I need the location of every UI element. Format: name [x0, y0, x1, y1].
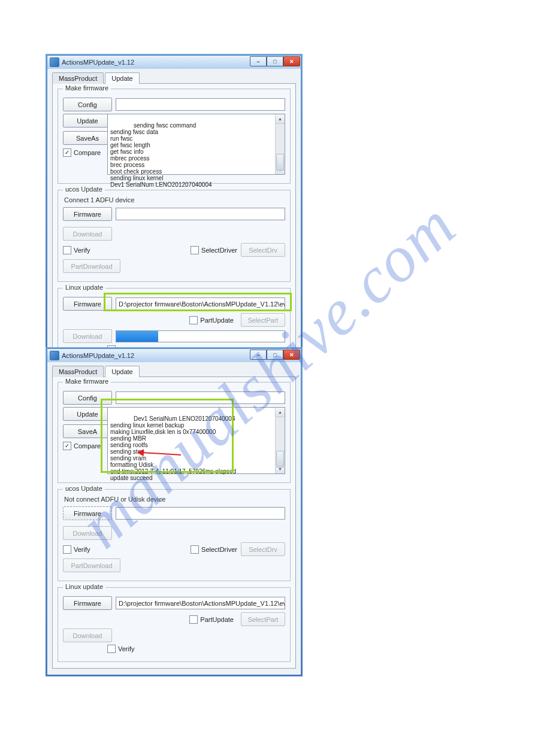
group-legend: Make firmware — [63, 378, 111, 385]
saveas-button[interactable]: SaveAs — [63, 131, 112, 145]
checkbox-icon — [63, 545, 71, 554]
log-text: sending fwsc command sending fwsc data r… — [110, 122, 212, 188]
linux-firmware-input[interactable]: D:\projector firmware\Boston\ActionsMPUp… — [116, 297, 285, 310]
ucos-verify-checkbox[interactable]: Verify — [63, 246, 90, 254]
tab-update[interactable]: Update — [105, 72, 139, 84]
scroll-thumb[interactable] — [276, 451, 284, 467]
close-button[interactable]: ✕ — [283, 56, 300, 66]
config-button[interactable]: Config — [63, 391, 112, 405]
compare-checkbox[interactable]: ✓ Compare — [63, 442, 104, 450]
window-1: ActionsMPUpdate_v1.12 – □ ✕ MassProduct … — [47, 55, 301, 376]
update-button[interactable]: Update — [63, 407, 112, 421]
group-legend: Linux update — [63, 583, 105, 590]
progress-bar — [116, 330, 285, 342]
selectdrv-button[interactable]: SelectDrv — [241, 542, 285, 556]
ucos-firmware-input[interactable] — [116, 208, 285, 220]
partupdate-label: PartUpdate — [200, 317, 234, 324]
titlebar: ActionsMPUpdate_v1.12 – □ ✕ — [47, 349, 301, 362]
config-path-input[interactable] — [116, 391, 285, 404]
selectdriver-checkbox[interactable]: SelectDriver — [191, 545, 237, 554]
config-path-input[interactable] — [116, 98, 285, 111]
group-ucos-update: ucos Update Not connect ADFU or Udisk de… — [58, 489, 291, 581]
config-button[interactable]: Config — [63, 98, 112, 111]
ucos-connect-status: Connect 1 ADFU device — [64, 196, 285, 204]
linux-download-button[interactable]: Download — [63, 629, 112, 642]
partupdate-label: PartUpdate — [200, 616, 234, 623]
group-legend: ucos Update — [63, 186, 105, 193]
scroll-up-icon[interactable]: ▲ — [276, 408, 285, 417]
log-textarea[interactable]: Dev1 SerialNum LENO201207040004 sending … — [107, 407, 285, 474]
linux-download-button[interactable]: Download — [63, 329, 112, 343]
checkbox-icon: ✓ — [63, 442, 71, 450]
selectdrv-button[interactable]: SelectDrv — [241, 243, 285, 257]
app-icon — [50, 351, 59, 360]
checkbox-icon — [189, 615, 198, 624]
compare-checkbox[interactable]: ✓ Compare — [63, 148, 104, 157]
maximize-button[interactable]: □ — [267, 56, 283, 66]
window-title: ActionsMPUpdate_v1.12 — [62, 59, 134, 66]
selectdriver-label: SelectDriver — [201, 546, 237, 553]
update-button[interactable]: Update — [63, 114, 112, 127]
linux-firmware-button[interactable]: Firmware — [63, 297, 112, 311]
firmware-button[interactable]: Firmware — [63, 207, 112, 221]
window-2: ActionsMPUpdate_v1.12 – □ ✕ MassProduct … — [47, 348, 301, 675]
saveas-button[interactable]: SaveA — [63, 424, 112, 438]
ucos-connect-status: Not connect ADFU or Udisk device — [64, 496, 285, 503]
checkbox-icon — [63, 246, 71, 254]
selectpart-button[interactable]: SelectPart — [241, 612, 285, 626]
ucos-verify-checkbox[interactable]: Verify — [63, 545, 90, 554]
tab-massproduct[interactable]: MassProduct — [52, 72, 104, 84]
scroll-track[interactable] — [276, 124, 285, 165]
scroll-up-icon[interactable]: ▲ — [276, 114, 285, 124]
scrollbar[interactable]: ▲ ▼ — [275, 114, 285, 174]
verify-label: Verify — [74, 247, 90, 254]
checkbox-icon — [107, 645, 116, 653]
selectpart-button[interactable]: SelectPart — [241, 313, 285, 327]
partupdate-checkbox[interactable]: PartUpdate — [189, 615, 234, 624]
checkbox-icon — [191, 545, 199, 554]
compare-label: Compare — [74, 149, 101, 156]
checkbox-icon — [189, 316, 198, 324]
checkbox-icon — [191, 246, 199, 254]
selectdriver-label: SelectDriver — [201, 247, 237, 254]
ucos-download-button[interactable]: Download — [63, 526, 112, 540]
minimize-button[interactable]: – — [250, 56, 267, 66]
scroll-track[interactable] — [276, 417, 285, 464]
window-title: ActionsMPUpdate_v1.12 — [62, 352, 134, 359]
log-textarea[interactable]: sending fwsc command sending fwsc data r… — [107, 114, 285, 175]
partdownload-button[interactable]: PartDownload — [63, 558, 120, 572]
progress-fill — [116, 331, 158, 342]
partdownload-button[interactable]: PartDownload — [63, 259, 120, 273]
compare-label: Compare — [74, 442, 101, 450]
group-legend: Make firmware — [63, 84, 111, 92]
tab-update[interactable]: Update — [105, 366, 139, 377]
verify-label: Verify — [74, 546, 90, 553]
app-icon — [50, 57, 59, 67]
tab-massproduct[interactable]: MassProduct — [52, 366, 104, 377]
linux-firmware-button[interactable]: Firmware — [63, 596, 112, 610]
maximize-button[interactable]: □ — [267, 350, 283, 360]
group-ucos-update: ucos Update Connect 1 ADFU device Firmwa… — [58, 190, 291, 282]
close-button[interactable]: ✕ — [283, 350, 300, 360]
selectdriver-checkbox[interactable]: SelectDriver — [191, 246, 237, 254]
log-text: Dev1 SerialNum LENO201207040004 sending … — [110, 415, 236, 481]
verify-label: Verify — [118, 645, 135, 652]
group-make-firmware: Make firmware Config Update SaveAs ✓ Com… — [58, 89, 291, 184]
scroll-thumb[interactable] — [276, 154, 284, 171]
group-make-firmware: Make firmware Config Update SaveA ✓ Comp… — [58, 382, 291, 483]
group-linux-update: Linux update Firmware D:\projector firmw… — [58, 587, 291, 662]
checkbox-icon: ✓ — [63, 148, 71, 157]
linux-verify-checkbox[interactable]: Verify — [107, 645, 135, 653]
minimize-button[interactable]: – — [250, 350, 267, 360]
ucos-download-button[interactable]: Download — [63, 227, 112, 241]
group-legend: Linux update — [63, 284, 105, 291]
partupdate-checkbox[interactable]: PartUpdate — [189, 316, 234, 324]
firmware-button[interactable]: Firmware — [63, 506, 112, 520]
linux-firmware-input[interactable]: D:\projector firmware\Boston\ActionsMPUp… — [116, 597, 285, 609]
group-legend: ucos Update — [63, 485, 105, 492]
titlebar: ActionsMPUpdate_v1.12 – □ ✕ — [47, 56, 301, 69]
ucos-firmware-input[interactable] — [116, 507, 285, 520]
scrollbar[interactable]: ▲ ▼ — [275, 408, 285, 473]
